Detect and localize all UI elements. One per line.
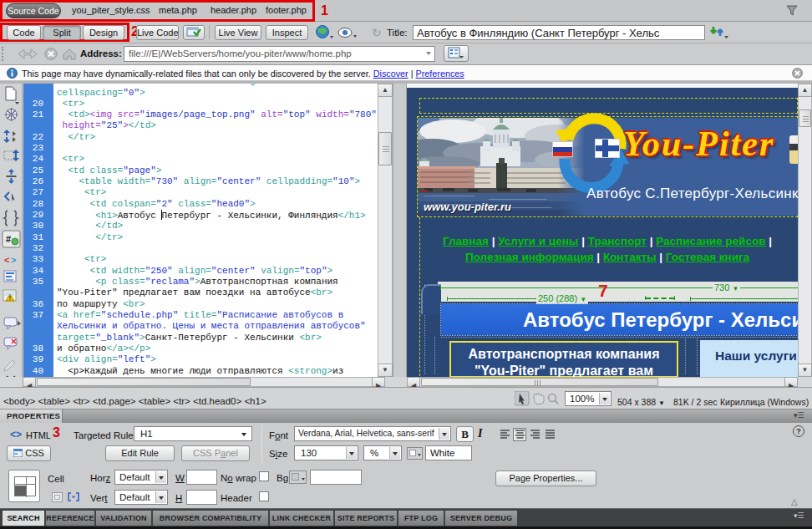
svg-text:<: <: [4, 255, 9, 265]
svg-text:!: !: [9, 295, 11, 301]
svg-text:#: #: [6, 234, 11, 244]
svg-text:>: >: [11, 255, 16, 265]
